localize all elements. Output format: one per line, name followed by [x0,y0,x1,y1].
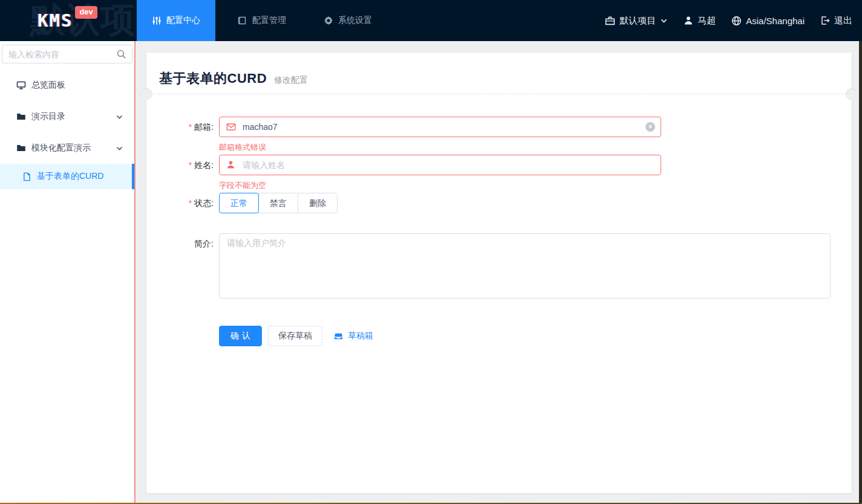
drafts-link-label: 草稿箱 [348,331,373,341]
dev-badge: dev [75,6,97,19]
save-draft-button[interactable]: 保存草稿 [268,326,322,346]
inbox-icon [333,331,344,341]
form-row-status: *状态: 正常 禁言 删除 [146,193,852,213]
name-label: *姓名: [146,155,219,175]
chevron-down-icon [660,17,668,25]
project-name: 默认项目 [619,15,656,27]
status-option-muted[interactable]: 禁言 [258,193,298,213]
timezone-selector[interactable]: Asia/Shanghai [731,16,805,26]
globe-icon [731,16,742,26]
divider-notch-right [846,88,858,100]
status-option-normal[interactable]: 正常 [219,193,259,213]
divider-notch-left [140,88,152,100]
active-indicator-bar [132,164,134,189]
folder-icon [16,143,26,153]
status-button-group: 正常 禁言 删除 [219,193,338,213]
status-label: *状态: [146,193,219,213]
sidebar-item-form-curd[interactable]: 基于表单的CURD [0,164,134,189]
page-title: 基于表单的CURD [159,69,267,88]
sidebar: 总览面板 演示目录 模块化配置演示 [0,41,136,503]
required-asterisk: * [189,198,192,208]
required-asterisk: * [189,122,192,132]
project-selector[interactable]: 默认项目 [605,15,668,27]
logout-button[interactable]: 退出 [820,15,852,27]
tab-label: 配置中心 [166,15,200,26]
logout-icon [820,16,830,25]
tab-config-center[interactable]: 配置中心 [137,0,215,41]
sidebar-item-overview[interactable]: 总览面板 [0,69,134,101]
confirm-button[interactable]: 确认 [219,326,262,346]
email-label: *邮箱: [146,117,219,137]
drafts-link[interactable]: 草稿箱 [333,331,373,341]
envelope-icon [226,122,236,132]
form-row-name: *姓名: 字段不能为空 [146,155,852,192]
form-actions-row: 确认 保存草稿 草稿箱 [146,326,852,346]
user-menu[interactable]: 马超 [684,15,716,27]
folder-icon [16,112,26,121]
user-icon [684,16,693,25]
sidebar-item-demo-directory[interactable]: 演示目录 [0,101,134,132]
user-name: 马超 [697,15,716,27]
sidebar-item-label: 模块化配置演示 [31,143,91,153]
email-input[interactable] [219,117,661,137]
name-error: 字段不能为空 [219,179,661,192]
logout-label: 退出 [834,15,852,27]
page-subtitle: 修改配置 [274,75,308,86]
required-asterisk: * [189,160,192,170]
gear-icon [324,16,333,25]
window-right-edge [859,41,862,504]
sidebar-item-label: 总览面板 [31,80,65,91]
tab-label: 系统设置 [338,15,372,26]
intro-textarea[interactable] [219,233,831,299]
file-icon [22,172,31,181]
status-option-deleted[interactable]: 删除 [298,193,338,213]
search-input[interactable] [2,45,132,63]
chevron-down-icon [116,113,123,121]
card-header: 基于表单的CURD 修改配置 [146,53,852,94]
briefcase-icon [605,16,615,26]
form-row-intro: 简介: [146,233,852,300]
clear-input-icon[interactable]: × [645,122,655,132]
chevron-down-icon [116,144,123,152]
tab-label: 配置管理 [252,15,286,26]
main-card: 基于表单的CURD 修改配置 *邮箱: × 邮箱格式错误 [146,53,852,493]
email-error: 邮箱格式错误 [219,141,661,154]
search-icon [116,49,126,59]
curd-form: *邮箱: × 邮箱格式错误 *姓名: [146,94,852,346]
sidebar-menu: 总览面板 演示目录 模块化配置演示 [0,66,134,189]
top-navigation-bar: 默认项目 KMS dev 配置中心 配置管理 [0,0,862,41]
intro-label: 简介: [146,233,219,254]
sidebar-item-label: 基于表单的CURD [37,171,103,182]
timezone-label: Asia/Shanghai [746,16,805,26]
sidebar-item-modular-config-demo[interactable]: 模块化配置演示 [0,132,134,164]
logo-zone: 默认项目 KMS dev [0,0,137,41]
app-logo[interactable]: KMS [38,10,73,31]
sliders-icon [152,16,162,25]
tab-config-management[interactable]: 配置管理 [223,0,301,41]
sidebar-item-label: 演示目录 [31,111,65,122]
tab-system-settings[interactable]: 系统设置 [309,0,387,41]
name-input[interactable] [219,155,661,175]
person-icon [226,160,235,169]
monitor-icon [16,80,26,90]
top-nav-tabs: 配置中心 配置管理 系统设置 [137,0,387,41]
book-icon [238,16,247,25]
dashed-divider [146,94,852,94]
topbar-right-cluster: 默认项目 马超 Asia/Shanghai [605,0,862,41]
sidebar-search [2,45,132,63]
form-row-email: *邮箱: × 邮箱格式错误 [146,117,852,154]
